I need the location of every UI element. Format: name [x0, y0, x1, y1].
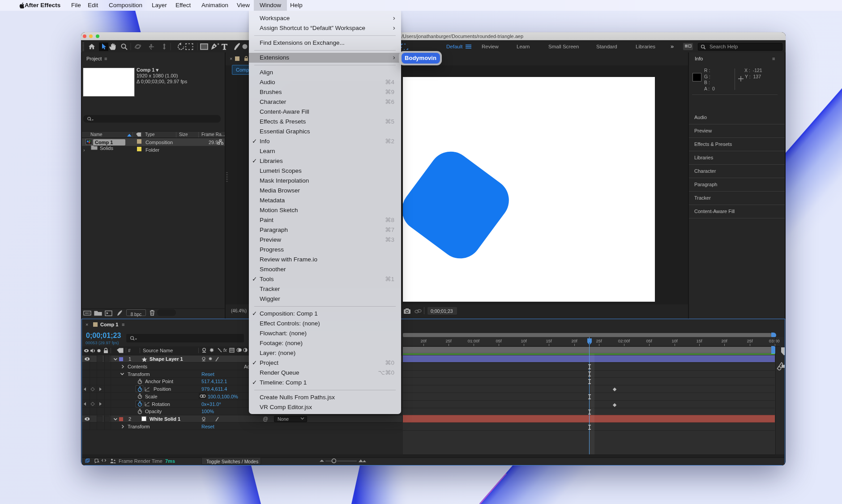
svg-text:fx: fx	[223, 348, 227, 353]
